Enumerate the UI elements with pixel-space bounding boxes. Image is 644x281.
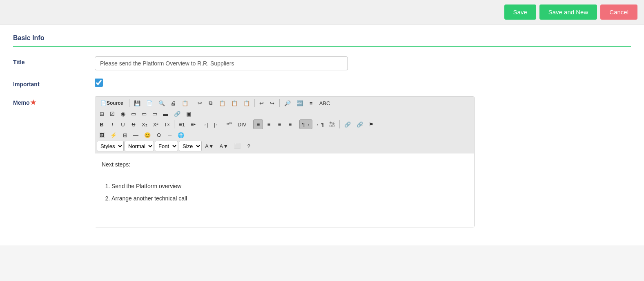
- template-btn[interactable]: 📋: [179, 98, 191, 108]
- flash-btn[interactable]: ⚡: [108, 130, 119, 140]
- underline-btn[interactable]: U: [118, 119, 128, 129]
- hline-btn[interactable]: —: [131, 130, 141, 140]
- important-field: [95, 79, 631, 88]
- font-color-btn[interactable]: A▼: [203, 141, 216, 151]
- replace-btn[interactable]: 🔤: [294, 98, 305, 108]
- image-btn[interactable]: 🖼: [97, 130, 107, 140]
- undo-btn[interactable]: ↩: [257, 98, 267, 108]
- ltr-btn[interactable]: ¶→: [299, 119, 312, 129]
- ordered-list-btn[interactable]: ≡1: [176, 119, 187, 129]
- align-left-btn[interactable]: ≡: [253, 119, 263, 129]
- unordered-list-btn[interactable]: ≡•: [188, 119, 198, 129]
- toolbar-row-5: Styles Normal Font Size A▼ A▼ ⬜: [97, 141, 472, 151]
- bg-color-btn[interactable]: A▼: [217, 141, 231, 151]
- preview-btn[interactable]: 🔍: [156, 98, 167, 108]
- content-area: Basic Info Title Important Memo★ 📄: [0, 25, 644, 245]
- link-btn[interactable]: 🔗: [342, 119, 353, 129]
- important-row: Important: [13, 79, 631, 88]
- superscript-btn[interactable]: X²: [151, 119, 161, 129]
- title-input[interactable]: [95, 56, 348, 70]
- toolbar-row-1: 📄 Source 💾 📄 🔍 🖨 📋 ✂ ⧉ 📋 📋: [97, 98, 472, 108]
- bold-btn[interactable]: B: [97, 119, 107, 129]
- save-and-new-button[interactable]: Save and New: [539, 4, 597, 20]
- toolbar-sep-1: [129, 99, 129, 107]
- help-btn[interactable]: ?: [244, 141, 254, 151]
- button-btn[interactable]: ▬: [160, 109, 171, 119]
- rich-text-editor: 📄 Source 💾 📄 🔍 🖨 📋 ✂ ⧉ 📋 📋: [95, 96, 475, 227]
- maximize-btn[interactable]: ⬜: [232, 141, 243, 151]
- editor-line-1: Next steps:: [102, 160, 468, 169]
- toolbar-sep-8: [339, 120, 340, 128]
- language-btn[interactable]: 話: [327, 119, 337, 129]
- table2-btn[interactable]: ⊞: [120, 130, 130, 140]
- toolbar-row-3: B I U S X₂ X² Tx ≡1 ≡• →| |← ❝❞ DIV: [97, 119, 472, 129]
- important-checkbox[interactable]: [95, 79, 103, 87]
- spellcheck-btn[interactable]: ABC: [317, 98, 333, 108]
- styles-select[interactable]: Styles: [97, 141, 124, 151]
- editor-content[interactable]: Next steps: Send the Platform overview A…: [95, 153, 474, 227]
- redo-btn[interactable]: ↪: [267, 98, 277, 108]
- align-justify-btn[interactable]: ≡: [285, 119, 295, 129]
- blockquote-btn[interactable]: ❝❞: [224, 119, 234, 129]
- editor-list-item-2: Arrange another technical call: [111, 194, 468, 203]
- checkbox-btn[interactable]: ☑: [107, 109, 117, 119]
- toolbar-sep-4: [279, 99, 280, 107]
- title-field: [95, 56, 631, 70]
- rte-toolbar: 📄 Source 💾 📄 🔍 🖨 📋 ✂ ⧉ 📋 📋: [95, 97, 474, 153]
- select-btn[interactable]: ▭: [150, 109, 160, 119]
- radio-btn[interactable]: ◉: [118, 109, 128, 119]
- iframe-btn[interactable]: 🌐: [175, 130, 187, 140]
- align-right-btn[interactable]: ≡: [274, 119, 284, 129]
- align-center-btn[interactable]: ≡: [264, 119, 274, 129]
- required-indicator: ★: [30, 99, 36, 106]
- memo-row: Memo★ 📄 Source 💾 📄 🔍 🖨: [13, 96, 631, 227]
- section-title: Basic Info: [13, 34, 631, 47]
- source-button[interactable]: 📄 Source: [97, 98, 127, 108]
- emoji-btn[interactable]: 😊: [142, 130, 153, 140]
- outdent-btn[interactable]: |←: [211, 119, 223, 129]
- removeformat-btn[interactable]: Tx: [162, 119, 172, 129]
- important-label: Important: [13, 79, 95, 88]
- anchor-btn[interactable]: ⚑: [366, 119, 376, 129]
- selectall-btn[interactable]: ≡: [306, 98, 316, 108]
- table-btn[interactable]: ⊞: [97, 109, 107, 119]
- imagemap-btn[interactable]: ▣: [184, 109, 194, 119]
- cut-btn[interactable]: ✂: [195, 98, 205, 108]
- strikethrough-btn[interactable]: S: [129, 119, 138, 129]
- subscript-btn[interactable]: X₂: [139, 119, 150, 129]
- specialchar-btn[interactable]: Ω: [154, 130, 164, 140]
- link-form-btn[interactable]: 🔗: [172, 109, 183, 119]
- print-btn[interactable]: 🖨: [168, 98, 178, 108]
- textarea-btn[interactable]: ▭: [139, 109, 149, 119]
- italic-btn[interactable]: I: [107, 119, 117, 129]
- size-select[interactable]: Size: [179, 141, 202, 151]
- paste-text-btn[interactable]: 📋: [229, 98, 240, 108]
- toolbar-sep-6: [251, 120, 251, 128]
- pagebreak-btn[interactable]: ⊢: [165, 130, 174, 140]
- title-label: Title: [13, 56, 95, 65]
- toolbar-sep-2: [193, 99, 193, 107]
- paste-btn[interactable]: 📋: [216, 98, 228, 108]
- title-row: Title: [13, 56, 631, 70]
- find-btn[interactable]: 🔎: [282, 98, 293, 108]
- format-select[interactable]: Normal: [125, 141, 154, 151]
- toolbar-sep-5: [174, 120, 174, 128]
- div-btn[interactable]: DIV: [235, 119, 249, 129]
- toolbar-row-4: 🖼 ⚡ ⊞ — 😊 Ω ⊢ 🌐: [97, 130, 472, 140]
- toolbar-sep-3: [254, 99, 255, 107]
- save-doc-btn[interactable]: 💾: [131, 98, 143, 108]
- new-doc-btn[interactable]: 📄: [144, 98, 155, 108]
- unlink-btn[interactable]: 🔗̶: [354, 119, 365, 129]
- memo-field: 📄 Source 💾 📄 🔍 🖨 📋 ✂ ⧉ 📋 📋: [95, 96, 631, 227]
- toolbar-row-2: ⊞ ☑ ◉ ▭ ▭ ▭ ▬ 🔗 ▣: [97, 109, 472, 119]
- indent-btn[interactable]: →|: [199, 119, 210, 129]
- paste-word-btn[interactable]: 📋: [241, 98, 252, 108]
- save-button[interactable]: Save: [504, 4, 536, 20]
- copy-btn[interactable]: ⧉: [206, 98, 216, 108]
- textfield-btn[interactable]: ▭: [129, 109, 138, 119]
- font-select[interactable]: Font: [155, 141, 178, 151]
- editor-list-item-1: Send the Platform overview: [111, 182, 468, 191]
- rtl-btn[interactable]: ←¶: [313, 119, 326, 129]
- toolbar-sep-7: [297, 120, 297, 128]
- cancel-button[interactable]: Cancel: [600, 4, 637, 20]
